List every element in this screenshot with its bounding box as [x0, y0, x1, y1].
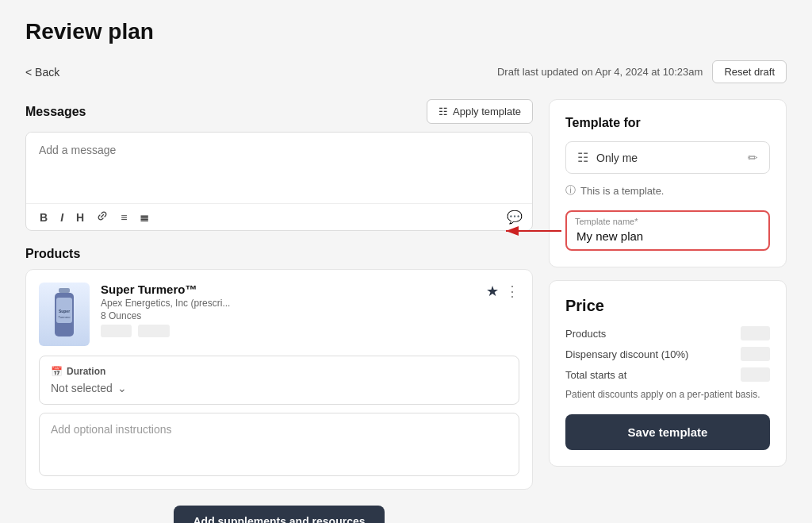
message-toolbar: B I H ≡ ≣ 💬 [26, 203, 532, 230]
template-card: Template for ☷ Only me ✏ ⓘ This is a tem… [549, 99, 787, 267]
duration-select[interactable]: Not selected ⌄ [51, 382, 508, 394]
format-buttons: B I H ≡ ≣ [36, 209, 153, 225]
template-name-label: Template name* [575, 217, 638, 226]
price-value-products [741, 326, 770, 340]
price-label-total: Total starts at [565, 369, 626, 381]
product-actions: ★ ⋮ [486, 283, 519, 300]
template-name-field: Template name* [565, 210, 770, 251]
right-panel: Template for ☷ Only me ✏ ⓘ This is a tem… [549, 99, 787, 467]
price-row-total: Total starts at [565, 367, 770, 382]
products-section: Products Super Tu [25, 247, 533, 490]
message-area: B I H ≡ ≣ 💬 [25, 132, 533, 231]
more-options-button[interactable]: ⋮ [505, 283, 519, 300]
template-name-wrapper: Template name* [565, 210, 770, 251]
price-discounted [138, 325, 169, 337]
instructions-placeholder: Add optional instructions [51, 423, 508, 436]
save-template-button[interactable]: Save template [565, 414, 770, 450]
add-supplements-button[interactable]: Add supplements and resources [174, 506, 384, 523]
product-name: Super Turmero™ [101, 283, 230, 296]
price-value-total [741, 367, 770, 382]
template-for-title: Template for [565, 116, 770, 130]
product-brand: Apex Energetics, Inc (prescri... [101, 298, 230, 309]
chat-icon: 💬 [507, 210, 523, 225]
template-scope-label: Only me [596, 152, 740, 164]
duration-label: 📅 Duration [51, 366, 508, 377]
product-image: Super Turmero [39, 283, 90, 346]
left-panel: Messages ☷ Apply template B I H [25, 99, 533, 523]
price-note: Patient discounts apply on a per-patient… [565, 388, 770, 402]
heading-button[interactable]: H [72, 210, 88, 225]
add-supplements-container: Add supplements and resources [25, 506, 533, 523]
svg-text:Turmero: Turmero [59, 315, 71, 319]
product-header: Super Turmero Super Turmero™ Apex Energe… [39, 283, 519, 346]
numbered-list-button[interactable]: ≣ [136, 210, 153, 225]
template-hint: ⓘ This is a template. [565, 183, 770, 198]
product-form: 📅 Duration Not selected ⌄ Add optional i… [39, 356, 519, 476]
messages-section-header: Messages ☷ Apply template [25, 99, 533, 124]
svg-text:Super: Super [59, 309, 70, 313]
reset-draft-button[interactable]: Reset draft [712, 60, 787, 83]
apply-template-label: Apply template [453, 106, 521, 117]
link-button[interactable] [93, 209, 112, 225]
chevron-down-icon: ⌄ [117, 382, 127, 394]
messages-section-title: Messages [25, 105, 86, 119]
edit-icon[interactable]: ✏ [748, 151, 758, 165]
price-title: Price [565, 297, 770, 315]
template-hint-text: This is a template. [580, 185, 665, 197]
main-layout: Messages ☷ Apply template B I H [25, 99, 787, 523]
product-details: Super Turmero™ Apex Energetics, Inc (pre… [101, 283, 230, 337]
message-input[interactable] [26, 133, 532, 201]
price-row-discount: Dispensary discount (10%) [565, 347, 770, 361]
duration-value: Not selected [51, 382, 113, 394]
price-label-products: Products [565, 328, 606, 340]
product-info: Super Turmero Super Turmero™ Apex Energe… [39, 283, 230, 346]
products-section-title: Products [25, 247, 80, 261]
page-title: Review plan [25, 19, 787, 44]
duration-box: 📅 Duration Not selected ⌄ [39, 356, 519, 405]
top-bar: < Back Draft last updated on Apr 4, 2024… [25, 60, 787, 83]
draft-timestamp: Draft last updated on Apr 4, 2024 at 10:… [497, 66, 703, 78]
product-card: Super Turmero Super Turmero™ Apex Energe… [25, 269, 533, 490]
products-section-header: Products [25, 247, 533, 261]
price-label-discount: Dispensary discount (10%) [565, 348, 688, 360]
bullet-list-button[interactable]: ≡ [117, 210, 131, 225]
italic-button[interactable]: I [56, 210, 67, 225]
svg-rect-0 [59, 288, 70, 293]
favorite-button[interactable]: ★ [486, 283, 499, 300]
template-icon: ☷ [439, 106, 448, 117]
document-icon: ☷ [577, 150, 588, 165]
price-card: Price Products Dispensary discount (10%)… [549, 280, 787, 467]
info-icon: ⓘ [565, 183, 576, 198]
template-scope-row: ☷ Only me ✏ [565, 141, 770, 174]
product-price [101, 325, 230, 337]
instructions-box[interactable]: Add optional instructions [39, 413, 519, 476]
back-link[interactable]: < Back [25, 66, 59, 79]
calendar-icon: 📅 [51, 366, 63, 377]
draft-info: Draft last updated on Apr 4, 2024 at 10:… [497, 60, 787, 83]
price-value-discount [741, 347, 770, 361]
price-original [101, 325, 132, 337]
price-row-products: Products [565, 326, 770, 340]
bold-button[interactable]: B [36, 210, 52, 225]
page-container: Review plan < Back Draft last updated on… [0, 0, 812, 523]
product-size: 8 Ounces [101, 310, 230, 321]
apply-template-button[interactable]: ☷ Apply template [427, 99, 533, 124]
